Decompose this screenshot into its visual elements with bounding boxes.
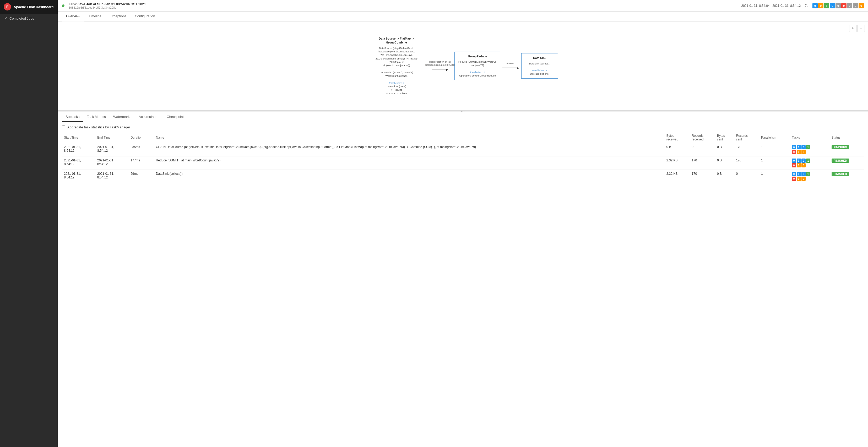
col-bytes-sent: Bytessent <box>715 132 734 143</box>
cell-bytes-sent-2: 0 B <box>715 170 734 183</box>
job-duration: 7s <box>805 4 808 8</box>
arrow-head-2 <box>518 66 519 70</box>
col-end-time: End Time <box>95 132 128 143</box>
sub-tabs: Subtasks Task Metrics Watermarks Accumul… <box>58 112 868 122</box>
cell-name-2: DataSink (collect()) <box>154 170 664 183</box>
flow-node-2[interactable]: GroupReduce Reduce (SUM(1), at main(Word… <box>455 52 500 81</box>
cell-end-time-2: 2021-01-31,8:54:12 <box>95 170 128 183</box>
col-start-time: Start Time <box>62 132 95 143</box>
sub-tab-checkpoints[interactable]: Checkpoints <box>163 112 189 122</box>
badge-8: 0 <box>859 3 864 8</box>
job-time-range: 2021-01-31, 8:54:04 - 2021-01-31, 8:54:1… <box>741 4 801 8</box>
table-row: 2021-01-31,8:54:12 2021-01-31,8:54:12 29… <box>62 170 864 183</box>
cell-status-2: FINISHED <box>830 170 864 183</box>
content-area: + − Data Source -> FlatMap -> GroupCombi… <box>58 22 868 447</box>
cell-start-time-1: 2021-01-31,8:54:12 <box>62 156 95 170</box>
cell-records-sent-1: 170 <box>734 156 759 170</box>
col-status: Status <box>830 132 864 143</box>
main-content: Flink Java Job at Sun Jan 31 08:54:04 CS… <box>58 0 868 447</box>
cell-tasks-2: 0 0 0 1 0 0 0 <box>790 170 830 183</box>
flow-arrow-1: Hash Partition on [0]Sort (combining) on… <box>425 61 455 71</box>
aggregate-row: Aggregate task statistics by TaskManager <box>62 125 864 129</box>
table-header-row: Start Time End Time Duration Name Bytesr… <box>62 132 864 143</box>
zoom-controls: + − <box>849 25 865 32</box>
badge-5: 0 <box>841 3 846 8</box>
col-tasks: Tasks <box>790 132 830 143</box>
cell-records-received-0: 0 <box>689 143 715 156</box>
table-section: Aggregate task statistics by TaskManager… <box>58 122 868 447</box>
cell-end-time-1: 2021-01-31,8:54:12 <box>95 156 128 170</box>
status-indicator <box>62 4 64 7</box>
top-bar: Flink Java Job at Sun Jan 31 08:54:04 CS… <box>58 0 868 11</box>
flow-node-3[interactable]: Data Sink DataSink (collect()) Paralleli… <box>521 53 558 78</box>
badge-3: 0 <box>830 3 835 8</box>
badge-7: 0 <box>853 3 858 8</box>
flow-arrow-2-label: Forward <box>506 62 515 65</box>
tab-exceptions[interactable]: Exceptions <box>105 11 131 21</box>
main-tabs: Overview Timeline Exceptions Configurati… <box>58 11 868 22</box>
cell-bytes-received-2: 2.32 KB <box>664 170 690 183</box>
col-records-sent: Recordssent <box>734 132 759 143</box>
flow-node-1-content: DataSource (at getDefaultTextL ineDataSe… <box>371 46 422 95</box>
cell-bytes-sent-0: 0 B <box>715 143 734 156</box>
sub-tab-subtasks[interactable]: Subtasks <box>62 112 83 122</box>
cell-name-0: CHAIN DataSource (at getDefaultTextLineD… <box>154 143 664 156</box>
flow-node-2-content: Reduce (SUM(1), at main(WordCo unt.java:… <box>458 60 497 77</box>
tab-timeline[interactable]: Timeline <box>84 11 105 21</box>
badge-0: 0 <box>812 3 818 8</box>
badge-2: 3 <box>824 3 829 8</box>
col-duration: Duration <box>128 132 154 143</box>
tab-configuration[interactable]: Configuration <box>130 11 159 21</box>
sidebar: F Apache Flink Dashboard ✓ Completed Job… <box>0 0 58 447</box>
cell-bytes-sent-1: 0 B <box>715 156 734 170</box>
aggregate-checkbox[interactable] <box>62 126 65 129</box>
job-id: 508412fc5df51ece34b57f3af34a208c <box>69 6 737 9</box>
flow-diagram: Data Source -> FlatMap -> GroupCombine D… <box>357 23 569 108</box>
cell-parallelism-0: 1 <box>759 143 790 156</box>
cell-bytes-received-1: 2.32 KB <box>664 156 690 170</box>
tab-overview[interactable]: Overview <box>62 11 84 21</box>
cell-records-sent-2: 0 <box>734 170 759 183</box>
flow-node-1[interactable]: Data Source -> FlatMap -> GroupCombine D… <box>368 34 425 98</box>
aggregate-label: Aggregate task statistics by TaskManager <box>67 125 130 129</box>
col-parallelism: Parallelism <box>759 132 790 143</box>
cell-parallelism-1: 1 <box>759 156 790 170</box>
job-title: Flink Java Job at Sun Jan 31 08:54:04 CS… <box>69 2 737 6</box>
cell-parallelism-2: 1 <box>759 170 790 183</box>
cell-tasks-0: 0 0 0 1 0 0 0 <box>790 143 830 156</box>
sidebar-item-completed-jobs[interactable]: ✓ Completed Jobs <box>0 13 58 23</box>
cell-records-received-1: 170 <box>689 156 715 170</box>
subtasks-table: Start Time End Time Duration Name Bytesr… <box>62 132 864 183</box>
col-name: Name <box>154 132 664 143</box>
status-badges: 0 0 3 0 0 0 0 0 0 <box>812 3 864 8</box>
flow-node-2-title: GroupReduce <box>458 55 497 58</box>
badge-4: 0 <box>836 3 841 8</box>
bottom-section: Subtasks Task Metrics Watermarks Accumul… <box>58 112 868 447</box>
sub-tab-task-metrics[interactable]: Task Metrics <box>83 112 109 122</box>
sub-tab-watermarks[interactable]: Watermarks <box>110 112 135 122</box>
sidebar-item-label: Completed Jobs <box>9 17 34 21</box>
cell-status-1: FINISHED <box>830 156 864 170</box>
app-title: Apache Flink Dashboard <box>13 5 54 9</box>
sub-tab-accumulators[interactable]: Accumulators <box>135 112 163 122</box>
arrow-line-1 <box>432 69 447 69</box>
job-info: Flink Java Job at Sun Jan 31 08:54:04 CS… <box>69 2 737 9</box>
zoom-out-button[interactable]: − <box>858 25 865 32</box>
cell-tasks-1: 0 0 0 1 0 0 0 <box>790 156 830 170</box>
cell-name-1: Reduce (SUM(1), at main(WordCount.java:7… <box>154 156 664 170</box>
flow-node-1-title: Data Source -> FlatMap -> GroupCombine <box>371 37 422 45</box>
col-records-received: Recordsreceived <box>689 132 715 143</box>
cell-records-received-2: 170 <box>689 170 715 183</box>
table-row: 2021-01-31,8:54:12 2021-01-31,8:54:12 17… <box>62 156 864 170</box>
flow-node-3-title: Data Sink <box>525 56 555 60</box>
flow-arrow-2: Forward <box>500 62 521 70</box>
table-row: 2021-01-31,8:54:12 2021-01-31,8:54:12 23… <box>62 143 864 156</box>
sidebar-header: F Apache Flink Dashboard <box>0 0 58 13</box>
cell-end-time-0: 2021-01-31,8:54:12 <box>95 143 128 156</box>
zoom-in-button[interactable]: + <box>849 25 857 32</box>
col-bytes-received: Bytesreceived <box>664 132 690 143</box>
cell-duration-0: 235ms <box>128 143 154 156</box>
app-logo: F <box>4 3 11 10</box>
cell-start-time-0: 2021-01-31,8:54:12 <box>62 143 95 156</box>
cell-start-time-2: 2021-01-31,8:54:12 <box>62 170 95 183</box>
